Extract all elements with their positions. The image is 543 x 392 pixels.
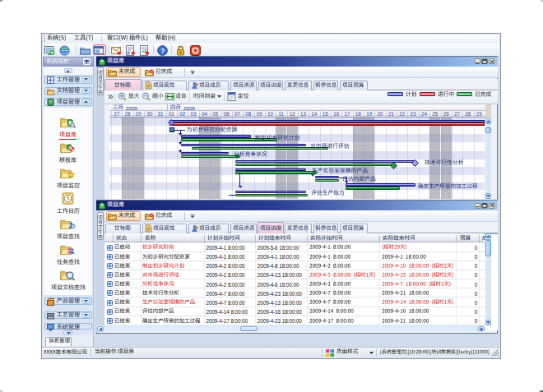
svg-text:?: ?	[160, 46, 164, 54]
